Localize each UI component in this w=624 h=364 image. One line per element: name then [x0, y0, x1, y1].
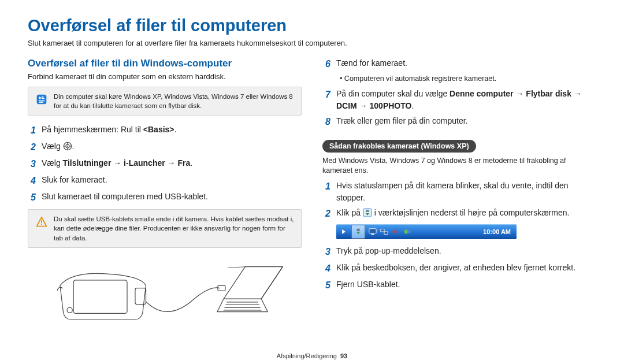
step-number: 1: [28, 124, 36, 138]
warning-note-text: Du skal sætte USB-kablets smalle ende i …: [54, 214, 294, 242]
step-text: Tænd for kameraet.: [336, 57, 596, 69]
step-number: 3: [322, 245, 330, 259]
manual-page: Overførsel af filer til computeren Slut …: [0, 0, 624, 364]
safely-remove-tray-icon: [351, 225, 365, 239]
windows-xp-taskbar: 10:00 AM: [336, 224, 517, 239]
xp-step-4: 4 Klik på beskedboksen, der angiver, at …: [322, 262, 596, 276]
svg-rect-21: [384, 232, 388, 234]
step-1: 1 På hjemmeskærmen: Rul til <Basis>.: [28, 124, 302, 138]
svg-rect-4: [39, 102, 43, 103]
xp-step-3: 3 Tryk på pop-up-meddelelsen.: [322, 245, 596, 259]
svg-point-12: [67, 307, 72, 313]
svg-rect-10: [73, 280, 127, 313]
safely-remove-icon: [363, 208, 372, 217]
msn-tray-icon: [403, 228, 411, 236]
sub-bullet: Computeren vil automatisk registrere kam…: [322, 74, 596, 84]
step-text: Klik på beskedboksen, der angiver, at en…: [336, 262, 596, 274]
step-number: 3: [28, 157, 36, 171]
svg-marker-16: [342, 229, 346, 234]
pill-subtext: Med Windows Vista, Windows 7 og Windows …: [322, 156, 596, 176]
page-subtitle: Slut kameraet til computeren for at over…: [28, 39, 596, 47]
step-text: Fjern USB-kablet.: [336, 278, 596, 291]
svg-rect-3: [39, 101, 44, 102]
step-text: På din computer skal du vælge Denne comp…: [336, 88, 596, 112]
step-text: På hjemmeskærmen: Rul til <Basis>.: [42, 124, 302, 136]
step-number: 7: [322, 88, 330, 102]
page-title: Overførsel af filer til computeren: [28, 16, 596, 35]
step-4: 4 Sluk for kameraet.: [28, 174, 302, 188]
step-7: 7 På din computer skal du vælge Denne co…: [322, 88, 596, 112]
two-column-layout: Overførsel af filer til din Windows-comp…: [28, 54, 596, 331]
left-column: Overførsel af filer til din Windows-comp…: [28, 54, 302, 331]
section-intro: Forbind kameraet til din computer som en…: [28, 72, 302, 82]
step-number: 6: [322, 57, 330, 71]
taskbar-clock: 10:00 AM: [483, 228, 513, 235]
footer-page-number: 93: [340, 352, 347, 359]
svg-rect-2: [42, 98, 44, 99]
step-number: 1: [322, 180, 330, 194]
step-3: 3 Vælg Tilslutninger → i-Launcher → Fra.: [28, 157, 302, 171]
svg-point-23: [407, 229, 411, 233]
svg-rect-20: [381, 229, 384, 231]
info-note-text: Din computer skal køre Windows XP, Windo…: [54, 92, 294, 110]
step-text: Klik på i værktøjslinjen nederst til høj…: [336, 207, 596, 219]
volume-tray-icon: [392, 228, 400, 236]
step-text: Vælg Tilslutninger → i-Launcher → Fra.: [42, 157, 302, 169]
step-text: Vælg .: [42, 140, 302, 153]
camera-usb-laptop-illustration: [28, 256, 302, 331]
step-number: 5: [28, 191, 36, 205]
svg-rect-1: [42, 96, 43, 98]
step-text: Tryk på pop-up-meddelelsen.: [336, 245, 596, 257]
step-text: Hvis statuslampen på dit kamera blinker,…: [336, 180, 596, 204]
step-number: 2: [322, 207, 330, 221]
xp-step-1: 1 Hvis statuslampen på dit kamera blinke…: [322, 180, 596, 204]
step-5: 5 Slut kameraet til computeren med USB-k…: [28, 191, 302, 205]
warning-note: Du skal sætte USB-kablets smalle ende i …: [28, 209, 302, 247]
step-number: 8: [322, 115, 330, 129]
svg-rect-9: [41, 224, 42, 225]
step-8: 8 Træk eller gem filer på din computer.: [322, 115, 596, 129]
step-number: 5: [322, 278, 330, 292]
xp-step-5: 5 Fjern USB-kablet.: [322, 278, 596, 292]
svg-rect-19: [371, 233, 374, 235]
network-tray-icon: [380, 228, 388, 236]
svg-rect-15: [366, 210, 369, 212]
expand-tray-icon: [340, 228, 348, 236]
svg-rect-17: [356, 228, 359, 231]
step-text: Slut kameraet til computeren med USB-kab…: [42, 191, 302, 203]
page-footer: Afspilning/Redigering 93: [0, 352, 624, 359]
info-icon: [35, 93, 48, 106]
step-text: Træk eller gem filer på din computer.: [336, 115, 596, 127]
warning-icon: [35, 216, 48, 228]
step-6: 6 Tænd for kameraet.: [322, 57, 596, 71]
display-tray-icon: [369, 228, 377, 236]
step-number: 2: [28, 140, 36, 154]
right-column: 6 Tænd for kameraet. Computeren vil auto…: [322, 54, 596, 331]
step-number: 4: [322, 262, 330, 276]
link-icon: [63, 142, 72, 151]
section-heading: Overførsel af filer til din Windows-comp…: [28, 58, 302, 69]
subsection-pill: Sådan frakobles kameraet (Windows XP): [322, 140, 476, 153]
footer-section: Afspilning/Redigering: [277, 352, 337, 359]
xp-step-2: 2 Klik på i værktøjslinjen nederst til h…: [322, 207, 596, 221]
step-text: Sluk for kameraet.: [42, 174, 302, 186]
step-2: 2 Vælg .: [28, 140, 302, 154]
step-number: 4: [28, 174, 36, 188]
svg-rect-18: [369, 228, 376, 233]
info-note: Din computer skal køre Windows XP, Windo…: [28, 87, 302, 116]
svg-point-7: [67, 146, 68, 147]
svg-rect-8: [41, 220, 42, 224]
